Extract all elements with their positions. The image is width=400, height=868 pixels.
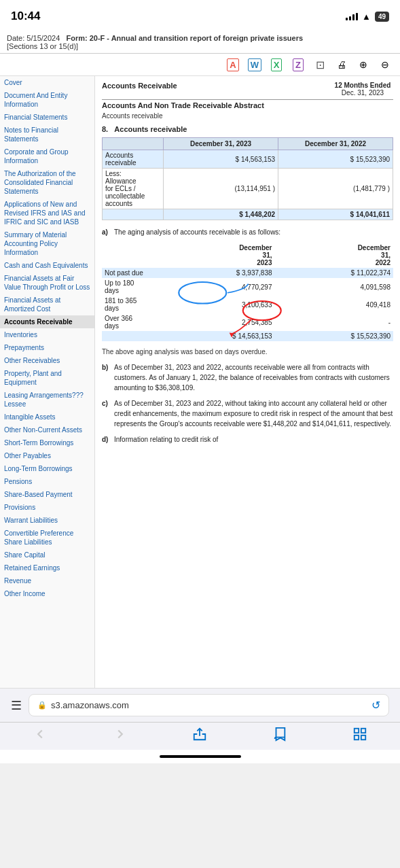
para-d-label: d) xyxy=(102,434,111,445)
sidebar-item-other-income[interactable]: Other Income xyxy=(0,587,94,600)
url-bar[interactable]: 🔒 s3.amazonaws.com ↺ xyxy=(29,694,389,716)
pdf-icon[interactable]: A xyxy=(225,56,241,73)
sidebar-item-financial-assets-amortized[interactable]: Financial Assets at Amortized Cost xyxy=(0,294,94,315)
content-area: Accounts Receivable 12 Months Ended Dec.… xyxy=(95,76,400,688)
aging-col-2022: December31,2022 xyxy=(275,243,394,268)
sidebar-item-applications[interactable]: Applications of New and Revised IFRS and… xyxy=(0,198,94,228)
sidebar-item-cash[interactable]: Cash and Cash Equivalents xyxy=(0,259,94,272)
sidebar-item-convertible[interactable]: Convertible Preference Share Liabilities xyxy=(0,527,94,549)
svg-rect-4 xyxy=(361,729,365,733)
aging-row-not-past-due: Not past due $ 3,937,838 $ 11,022,374 xyxy=(102,268,393,278)
sidebar-item-long-term[interactable]: Long-Term Borrowings xyxy=(0,462,94,475)
para-b-label: b) xyxy=(102,362,111,393)
table-row: Less:Allowancefor ECLs /uncollectableacc… xyxy=(103,169,393,209)
sidebar-item-intangible[interactable]: Intangible Assets xyxy=(0,411,94,423)
url-text: s3.amazonaws.com xyxy=(51,700,367,710)
sidebar-item-other-noncurrent[interactable]: Other Non-Current Assets xyxy=(0,423,94,436)
zoom-out-icon[interactable]: ⊖ xyxy=(377,56,393,73)
battery-icon: 49 xyxy=(375,12,389,22)
status-bar: 10:44 ▲ 49 xyxy=(0,0,400,30)
sidebar-item-share-based[interactable]: Share-Based Payment xyxy=(0,488,94,501)
excel-icon[interactable]: X xyxy=(268,56,285,73)
aging-val-365-2023: 3,100,633 xyxy=(156,296,275,313)
nav-bookmark-button[interactable] xyxy=(272,727,287,742)
zip-icon[interactable]: Z xyxy=(290,56,306,73)
sidebar-item-share-capital[interactable]: Share Capital xyxy=(0,549,94,561)
aging-val-total-2023: $ 14,563,153 xyxy=(156,331,275,341)
home-bar xyxy=(160,755,241,758)
sidebar-item-cover[interactable]: Cover xyxy=(0,76,94,89)
monitor-icon[interactable]: ⊡ xyxy=(312,56,328,73)
aging-note-row: a) The aging analysis of accounts receiv… xyxy=(102,227,393,237)
home-indicator xyxy=(0,750,400,763)
aging-col-2023: December31,2023 xyxy=(156,243,275,268)
sidebar-item-authorization[interactable]: The Authorization of the Consolidated Fi… xyxy=(0,167,94,198)
period-header: 12 Months Ended Dec. 31, 2023 xyxy=(332,82,393,97)
toolbar: A W X Z ⊡ 🖨 ⊕ ⊖ xyxy=(0,54,400,76)
sidebar: Cover Document And Entity Information Fi… xyxy=(0,76,95,688)
sidebar-item-provisions[interactable]: Provisions xyxy=(0,501,94,514)
sidebar-item-summary[interactable]: Summary of Material Accounting Policy In… xyxy=(0,228,94,259)
aging-val-365-2022: 409,418 xyxy=(275,296,394,313)
aging-label-not-past-due: Not past due xyxy=(102,268,156,278)
row-less-2023: (13,114,951 ) xyxy=(164,169,278,209)
form-label: Form: 20-F - Annual and transition repor… xyxy=(66,34,303,42)
aging-val-180-2023: 4,770,297 xyxy=(156,278,275,296)
aging-val-not-past-due-2022: $ 11,022,374 xyxy=(275,268,394,278)
section-title-row: 8. Accounts receivable xyxy=(102,125,393,133)
para-b: b) As of December 31, 2023 and 2022, acc… xyxy=(102,362,393,393)
sidebar-item-short-term[interactable]: Short-Term Borrowings xyxy=(0,436,94,449)
aging-val-not-past-due-2023: $ 3,937,838 xyxy=(156,268,275,278)
col-label-header xyxy=(103,138,164,150)
status-icons: ▲ 49 xyxy=(346,12,389,22)
sidebar-item-financial-assets-fair[interactable]: Financial Assets at Fair Value Through P… xyxy=(0,272,94,294)
aging-label-365: 181 to 365days xyxy=(102,296,156,313)
sidebar-item-other-receivables[interactable]: Other Receivables xyxy=(0,354,94,367)
row-less-label: Less:Allowancefor ECLs /uncollectableacc… xyxy=(103,169,164,209)
para-d-text: Information relating to credit risk of xyxy=(114,434,218,445)
sidebar-item-corporate[interactable]: Corporate and Group Information xyxy=(0,145,94,167)
para-c-label: c) xyxy=(102,398,111,429)
para-c: c) As of December 31, 2023 and 2022, wit… xyxy=(102,398,393,429)
aging-label-total xyxy=(102,331,156,341)
sidebar-item-revenue[interactable]: Revenue xyxy=(0,574,94,587)
aging-val-total-2022: $ 15,523,390 xyxy=(275,331,394,341)
menu-icon[interactable]: ☰ xyxy=(11,698,22,713)
nav-share-button[interactable] xyxy=(192,727,207,742)
sidebar-item-financial-statements[interactable]: Financial Statements xyxy=(0,111,94,124)
word-icon[interactable]: W xyxy=(247,56,263,73)
sidebar-item-entity[interactable]: Document And Entity Information xyxy=(0,89,94,111)
section-title: Accounts receivable xyxy=(114,125,187,133)
sidebar-item-other-payables[interactable]: Other Payables xyxy=(0,449,94,462)
refresh-icon[interactable]: ↺ xyxy=(371,699,380,712)
aging-note-label: a) xyxy=(102,227,111,237)
table-row: Accounts receivable $ 14,563,153 $ 15,52… xyxy=(103,150,393,169)
print-icon[interactable]: 🖨 xyxy=(333,56,350,73)
sidebar-item-accounts-receivable[interactable]: Accounts Receivable xyxy=(0,315,94,328)
main-table: December 31, 2023 December 31, 2022 Acco… xyxy=(102,137,393,220)
aging-table-container: December31,2023 December31,2022 Not past… xyxy=(102,243,393,341)
sidebar-item-prepayments[interactable]: Prepayments xyxy=(0,341,94,354)
aging-table: December31,2023 December31,2022 Not past… xyxy=(102,243,393,341)
sidebar-item-retained-earnings[interactable]: Retained Earnings xyxy=(0,561,94,574)
sidebar-item-inventories[interactable]: Inventories xyxy=(0,328,94,341)
signal-icon xyxy=(346,13,358,20)
row-total-2023: $ 1,448,202 xyxy=(164,209,278,220)
sidebar-item-leasing[interactable]: Leasing Arrangements???Lessee xyxy=(0,389,94,411)
nav-forward-button[interactable] xyxy=(113,727,128,742)
row-less-2022: (1,481,779 ) xyxy=(278,169,393,209)
note-overdue: The above aging analysis was based on da… xyxy=(102,347,393,357)
sidebar-item-warrant[interactable]: Warrant Liabilities xyxy=(0,514,94,527)
row-ar-2023: $ 14,563,153 xyxy=(164,150,278,169)
col-dec2023-header: December 31, 2023 xyxy=(164,138,278,150)
sidebar-item-pensions[interactable]: Pensions xyxy=(0,475,94,488)
wifi-icon: ▲ xyxy=(362,12,371,22)
aging-note-text: The aging analysis of accounts receivabl… xyxy=(114,227,280,237)
nav-tabs-button[interactable] xyxy=(352,727,367,742)
nav-back-button[interactable] xyxy=(33,727,48,742)
aging-val-180-2022: 4,091,598 xyxy=(275,278,394,296)
sidebar-item-notes[interactable]: Notes to Financial Statements xyxy=(0,124,94,145)
sidebar-item-ppe[interactable]: Property, Plant and Equipment xyxy=(0,367,94,389)
zoom-in-icon[interactable]: ⊕ xyxy=(355,56,371,73)
lock-icon: 🔒 xyxy=(37,701,47,710)
